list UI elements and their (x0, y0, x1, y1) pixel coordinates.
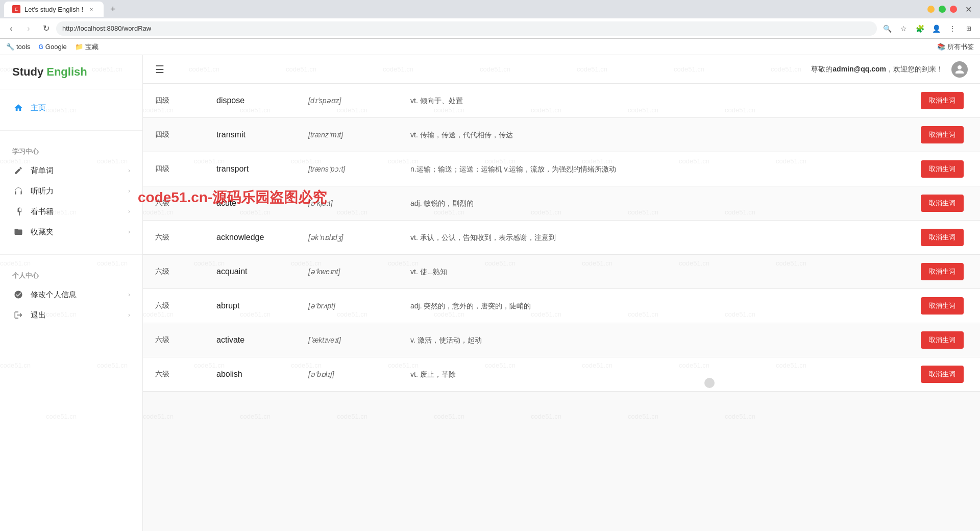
word-action-cell: 取消生词 (909, 152, 980, 186)
cancel-word-button[interactable]: 取消生词 (921, 263, 964, 280)
word-action-cell: 取消生词 (909, 323, 980, 357)
bookmarks-bar: 🔧 tools G Google 📁 宝藏 📚 所有书签 (0, 39, 980, 55)
book-icon (12, 206, 24, 216)
sidebar-item-memorize[interactable]: 背单词 › (0, 160, 142, 181)
headphone-icon (12, 186, 24, 196)
cancel-word-button[interactable]: 取消生词 (921, 331, 964, 349)
reload-button[interactable]: ↻ (39, 21, 53, 36)
greeting-prefix: 尊敬的 (811, 65, 832, 73)
address-bar[interactable]: http://localhost:8080/wordRaw (56, 21, 877, 36)
word-text: activate (204, 323, 296, 357)
word-text: transmit (204, 118, 296, 152)
tab-close-button[interactable]: × (87, 5, 95, 13)
window-close-x[interactable]: ✕ (965, 5, 972, 14)
table-row: 四级 transmit [trænzˈmɪt] vt. 传输，传送，代代相传，传… (143, 118, 980, 152)
main-content: ☰ 尊敬的admin@qq.com，欢迎您的到来！ 四级 dispose [dɪ… (143, 55, 980, 531)
word-level: 六级 (143, 323, 204, 357)
browser-tab-active[interactable]: E Let's study English ! × (4, 2, 104, 17)
cancel-word-button[interactable]: 取消生词 (921, 229, 964, 246)
word-text: acknowledge (204, 221, 296, 255)
word-definition: vt. 使...熟知 (398, 255, 909, 289)
word-definition: adj. 敏锐的，剧烈的 (398, 186, 909, 221)
table-row: 四级 transport [trænsˈpɔːt] n.运输；输送；运送；运输机… (143, 152, 980, 186)
table-row: 六级 acute [əˈkjuːt] adj. 敏锐的，剧烈的 取消生词 (143, 186, 980, 221)
menu-toggle-button[interactable]: ☰ (155, 63, 164, 76)
word-text: abolish (204, 357, 296, 392)
word-definition: vt. 传输，传送，代代相传，传达 (398, 118, 909, 152)
sidebar-item-edit-profile[interactable]: 修改个人信息 › (0, 284, 142, 305)
bookmark-tools[interactable]: 🔧 tools (6, 43, 30, 51)
word-text: dispose (204, 84, 296, 118)
word-action-cell: 取消生词 (909, 186, 980, 221)
word-level: 四级 (143, 118, 204, 152)
all-bookmarks-link[interactable]: 📚 所有书签 (937, 42, 974, 52)
extensions-button[interactable]: 🧩 (913, 21, 927, 36)
sidebar-item-logout[interactable]: 退出 › (0, 305, 142, 325)
cancel-word-button[interactable]: 取消生词 (921, 195, 964, 212)
word-definition: vt. 废止，革除 (398, 357, 909, 392)
bookmark-treasure[interactable]: 📁 宝藏 (75, 42, 99, 52)
word-action-cell: 取消生词 (909, 118, 980, 152)
word-action-cell: 取消生词 (909, 84, 980, 118)
word-phonetic: [əkˈnɒlɪdʒ] (296, 221, 398, 255)
app-area: code51.cn code51.cn code51.cn code51.cn … (0, 55, 980, 531)
new-tab-button[interactable]: + (106, 2, 120, 16)
personal-center-section: 个人中心 修改个人信息 › 退出 › (0, 259, 142, 333)
cancel-word-button[interactable]: 取消生词 (921, 126, 964, 143)
cancel-word-button[interactable]: 取消生词 (921, 92, 964, 109)
reading-arrow: › (128, 208, 130, 215)
minimize-button[interactable] (927, 6, 935, 13)
table-row: 六级 abrupt [əˈbrʌpt] adj. 突然的，意外的，唐突的，陡峭的… (143, 289, 980, 323)
zoom-button[interactable]: 🔍 (880, 21, 894, 36)
back-button[interactable]: ‹ (4, 21, 18, 36)
menu-button[interactable]: ⋮ (945, 21, 960, 36)
word-phonetic: [trænsˈpɔːt] (296, 152, 398, 186)
logout-arrow: › (128, 311, 130, 319)
maximize-button[interactable] (939, 6, 946, 13)
bottom-spacer (143, 392, 980, 432)
profile-icon (12, 289, 24, 300)
nav-divider-2 (0, 254, 142, 255)
tab-favicon: E (12, 5, 20, 13)
word-definition: vt. 承认，公认，告知收到，表示感谢，注意到 (398, 221, 909, 255)
user-avatar[interactable] (951, 61, 968, 78)
forward-button[interactable]: › (21, 21, 36, 36)
scroll-container[interactable]: 四级 dispose [dɪˈspəʊz] vt. 倾向于、处置 取消生词 四级… (143, 84, 980, 531)
word-phonetic: [əˈbɒlɪʃ] (296, 357, 398, 392)
word-level: 六级 (143, 255, 204, 289)
table-row: 六级 acknowledge [əkˈnɒlɪdʒ] vt. 承认，公认，告知收… (143, 221, 980, 255)
word-action-cell: 取消生词 (909, 289, 980, 323)
sidebar-item-favorites[interactable]: 收藏夹 › (0, 222, 142, 242)
tab-title: Let's study English ! (24, 6, 83, 13)
close-window-button[interactable] (950, 6, 957, 13)
sidebar-button[interactable]: ⊞ (962, 21, 976, 36)
cancel-word-button[interactable]: 取消生词 (921, 160, 964, 178)
word-text: transport (204, 152, 296, 186)
sidebar-item-reading[interactable]: 看书籍 › (0, 201, 142, 222)
cancel-word-button[interactable]: 取消生词 (921, 297, 964, 315)
favorites-arrow: › (128, 228, 130, 235)
cancel-word-button[interactable]: 取消生词 (921, 366, 964, 383)
memorize-arrow: › (128, 167, 130, 174)
word-definition: n.运输；输送；运送；运输机 v.运输，流放，为强烈的情绪所激动 (398, 152, 909, 186)
bookmark-google[interactable]: G Google (38, 43, 66, 51)
logo-english: English (46, 65, 87, 78)
edit-profile-label: 修改个人信息 (31, 290, 122, 300)
edit-profile-arrow: › (128, 291, 130, 298)
app-logo: Study English (12, 65, 130, 79)
tab-bar: E Let's study English ! × + ✕ (0, 0, 980, 18)
word-phonetic: [ˈæktɪveɪt] (296, 323, 398, 357)
word-phonetic: [dɪˈspəʊz] (296, 84, 398, 118)
word-action-cell: 取消生词 (909, 255, 980, 289)
browser-window: E Let's study English ! × + ✕ ‹ › ↻ http… (0, 0, 980, 531)
learning-center-title: 学习中心 (0, 143, 142, 160)
bookmark-label: Google (45, 43, 67, 51)
word-action-cell: 取消生词 (909, 357, 980, 392)
logout-label: 退出 (31, 310, 122, 320)
bookmark-label: tools (16, 43, 30, 51)
sidebar-item-home[interactable]: 主页 (0, 98, 142, 118)
word-text: abrupt (204, 289, 296, 323)
profile-button[interactable]: 👤 (929, 21, 943, 36)
bookmark-star[interactable]: ☆ (896, 21, 911, 36)
sidebar-item-listening[interactable]: 听听力 › (0, 181, 142, 201)
